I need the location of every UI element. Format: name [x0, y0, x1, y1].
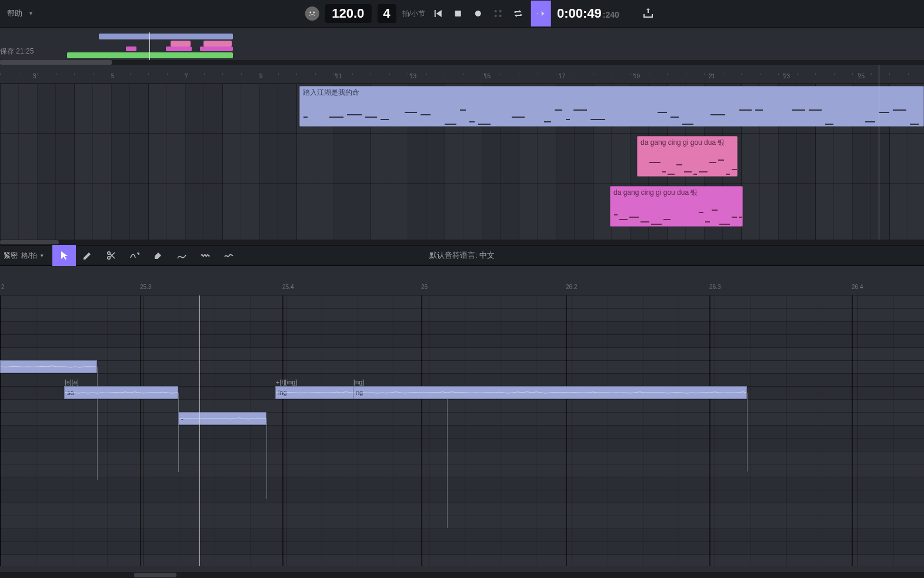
default-note-language-label[interactable]: 默认音符语言: 中文 — [429, 250, 495, 261]
grid-unit-select[interactable]: 格/拍 ▼ — [21, 251, 44, 261]
autosave-label: 保存 21:25 — [0, 46, 34, 57]
tool-pencil[interactable] — [76, 245, 99, 266]
note-lyric: sa — [67, 389, 74, 396]
ruler-mark: 21 — [709, 73, 715, 84]
editor-ruler-mark: 26 — [421, 284, 428, 290]
svg-marker-13 — [61, 251, 68, 260]
clip-blue[interactable]: 踏入江湖是我的命 — [299, 86, 924, 127]
note-lyric: - — [181, 415, 184, 422]
svg-point-10 — [499, 15, 502, 17]
note-phoneme: [ng] — [353, 376, 364, 388]
overview-scrollbar[interactable] — [0, 60, 924, 65]
editor-grid[interactable]: sa[s][a]-ing+[t][ing]ng[ng] — [0, 295, 924, 566]
piano-roll-editor[interactable]: 225.325.42626.226.326.4 sa[s][a]-ing+[t]… — [0, 266, 924, 578]
track-row-3[interactable]: da gang cing gi gou dua 银 — [0, 184, 924, 231]
timesig-unit-label: 拍/小节 — [402, 10, 425, 17]
editor-ruler[interactable]: 225.325.42626.226.326.4 — [0, 284, 924, 295]
loop-button[interactable] — [511, 6, 525, 21]
skip-start-button[interactable] — [431, 6, 445, 21]
ruler-mark: 25 — [858, 73, 865, 84]
clip-pink1-label: da gang cing gi gou dua 银 — [641, 138, 734, 148]
grid-density-label[interactable]: 紧密 — [4, 251, 18, 261]
editor-ruler-mark: 25.4 — [282, 284, 293, 290]
svg-point-9 — [495, 15, 497, 17]
ruler-mark: 23 — [783, 73, 790, 84]
arrangement-view[interactable]: 35791113151719212325 踏入江湖是我的命 da gang ci… — [0, 65, 924, 245]
note-block[interactable]: sa[s][a] — [64, 386, 178, 399]
ruler-mark: 13 — [410, 73, 416, 84]
tool-scissors[interactable] — [99, 245, 123, 266]
svg-point-6 — [475, 11, 481, 16]
clip-blue-label: 踏入江湖是我的命 — [303, 88, 920, 98]
editor-ruler-mark: 25.3 — [140, 284, 151, 290]
svg-point-2 — [313, 12, 315, 14]
svg-rect-12 — [537, 13, 538, 14]
avatar[interactable] — [305, 6, 319, 21]
arrangement-h-scrollbar[interactable] — [0, 240, 924, 245]
editor-ruler-mark: 26.2 — [566, 284, 577, 290]
tool-eraser[interactable] — [170, 245, 194, 266]
record-button[interactable] — [471, 6, 485, 21]
editor-h-scrollbar[interactable] — [0, 572, 924, 578]
note-block[interactable] — [0, 360, 97, 373]
editor-toolbar: 紧密 格/拍 ▼ 默认音符语言: 中文 — [0, 245, 924, 266]
editor-playhead[interactable] — [199, 295, 200, 566]
tool-vibrato[interactable] — [194, 245, 217, 266]
menu-help-label: 帮助 — [7, 8, 22, 19]
track-row-1[interactable]: 踏入江湖是我的命 — [0, 84, 924, 131]
svg-rect-5 — [455, 11, 461, 16]
overview-strip: 保存 21:25 — [0, 28, 924, 65]
editor-ruler-mark: 2 — [1, 284, 5, 290]
svg-point-8 — [499, 10, 502, 12]
ruler-mark: 15 — [484, 73, 491, 84]
tool-paint[interactable] — [146, 245, 170, 266]
track-row-2[interactable]: da gang cing gi gou dua 银 — [0, 134, 924, 181]
time-sub-display: :240 — [603, 10, 619, 19]
follow-playhead-button[interactable] — [531, 1, 551, 26]
metronome-button[interactable] — [491, 6, 505, 21]
tempo-field[interactable]: 120.0 — [325, 4, 371, 23]
note-block[interactable]: - — [178, 412, 266, 425]
export-button[interactable] — [643, 8, 653, 20]
svg-rect-3 — [435, 10, 436, 17]
note-lyric: ng — [356, 389, 363, 396]
tool-smooth[interactable] — [217, 245, 241, 266]
overview-minimap[interactable] — [67, 34, 235, 59]
ruler-mark: 17 — [559, 73, 565, 84]
ruler-mark: 19 — [633, 73, 640, 84]
tool-pointer[interactable] — [52, 245, 76, 266]
tool-pitch-curve[interactable] — [123, 245, 146, 266]
svg-marker-11 — [538, 11, 545, 16]
clip-pink2-label: da gang cing gi gou dua 银 — [613, 188, 739, 198]
note-phoneme: [s][a] — [65, 376, 79, 388]
dropdown-icon: ▼ — [39, 253, 44, 258]
time-display[interactable]: 0:00:49 — [557, 6, 602, 21]
top-toolbar: 帮助 ▼ 120.0 4 拍/小节 0:00:49 :240 — [0, 0, 924, 28]
transport-cluster: 120.0 4 拍/小节 0:00:49 :240 — [305, 1, 619, 26]
clip-pink1[interactable]: da gang cing gi gou dua 银 — [637, 136, 738, 177]
arrangement-ruler[interactable]: 35791113151719212325 — [0, 73, 924, 84]
editor-ruler-mark: 26.4 — [852, 284, 863, 290]
note-block[interactable]: ng[ng] — [353, 386, 747, 399]
clip-pink2[interactable]: da gang cing gi gou dua 银 — [610, 186, 743, 227]
editor-ruler-mark: 26.3 — [709, 284, 720, 290]
note-phoneme: +[t][ing] — [276, 376, 297, 388]
menu-help[interactable]: 帮助 ▼ — [7, 8, 34, 19]
timesig-field[interactable]: 4 — [377, 4, 396, 23]
note-lyric: ing — [278, 389, 287, 396]
svg-point-1 — [309, 12, 311, 14]
svg-point-0 — [305, 6, 319, 21]
svg-point-7 — [495, 10, 497, 12]
ruler-mark: 11 — [335, 73, 342, 84]
dropdown-icon: ▼ — [28, 11, 34, 16]
arrangement-playhead[interactable] — [879, 65, 879, 245]
grid-unit-label: 格/拍 — [21, 251, 37, 261]
svg-marker-4 — [436, 10, 442, 17]
stop-button[interactable] — [451, 6, 465, 21]
ruler-mark: 3 — [33, 73, 36, 84]
